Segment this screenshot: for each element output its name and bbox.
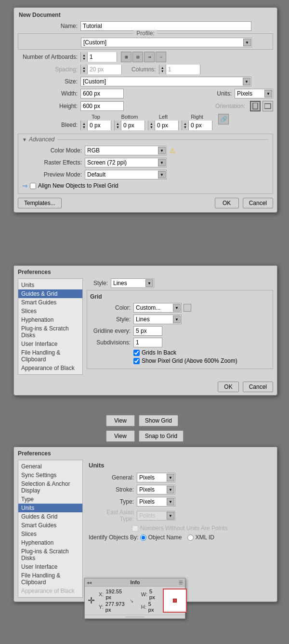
- prefs-guides-ok-button[interactable]: OK: [218, 382, 238, 392]
- info-resize-handle[interactable]: [125, 617, 144, 617]
- grid-style-select[interactable]: Lines: [133, 315, 182, 324]
- prefs-units-sidebar-units[interactable]: Units: [18, 504, 82, 512]
- xml-id-option: XML ID: [187, 534, 214, 541]
- info-icons: ☰: [179, 580, 183, 585]
- grids-in-back-checkbox[interactable]: [133, 350, 140, 356]
- artboard-grid-btn[interactable]: ⊞: [121, 52, 131, 62]
- bleed-right-col: Right ▲▼: [182, 114, 212, 130]
- grid-color-select-wrapper: Custom... ▼: [133, 303, 182, 313]
- grid-color-select[interactable]: Custom...: [133, 303, 182, 313]
- type-units-select[interactable]: Pixels: [137, 497, 175, 507]
- name-input[interactable]: [80, 21, 251, 31]
- templates-button[interactable]: Templates...: [18, 198, 62, 208]
- bleed-right-value[interactable]: [189, 121, 212, 130]
- gridline-input[interactable]: [133, 326, 162, 336]
- sidebar-item-file-handling[interactable]: File Handling & Clipboard: [18, 348, 82, 364]
- bleed-bottom-value[interactable]: [121, 121, 144, 130]
- sidebar-item-plugins[interactable]: Plug-ins & Scratch Disks: [18, 324, 82, 340]
- preview-select[interactable]: Default: [85, 170, 167, 179]
- prefs-units-sidebar-plugins[interactable]: Plug-ins & Scratch Disks: [18, 547, 82, 562]
- bleed-lock-btn[interactable]: 🔗: [218, 114, 229, 124]
- color-mode-select[interactable]: RGB: [85, 146, 167, 155]
- prefs-units-title: Preferences: [14, 447, 277, 460]
- general-units-row: General: Pixels ▼: [89, 473, 271, 482]
- view-button-1[interactable]: View: [106, 415, 135, 426]
- sidebar-item-guides-grid[interactable]: Guides & Grid: [18, 289, 82, 298]
- x-label: X:: [99, 591, 104, 597]
- grid-style-row: Style: Lines ▼: [90, 315, 270, 324]
- spacing-label: Spacing:: [18, 66, 80, 73]
- prefs-units-sidebar: General Sync Settings Selection & Anchor…: [18, 460, 83, 598]
- bleed-right-btn[interactable]: ▲▼: [182, 121, 189, 130]
- bleed-bottom-btn[interactable]: ▲▼: [115, 121, 121, 130]
- xml-id-radio[interactable]: [187, 534, 194, 541]
- show-grid-button[interactable]: Show Grid: [139, 415, 178, 426]
- info-panel: ◂◂ Info ☰ ✛ X: 192.55 px Y: 277.973 px ↘…: [84, 578, 185, 619]
- raster-row: Raster Effects: Screen (72 ppi) ▼: [22, 158, 269, 167]
- footer-right-buttons: OK Cancel: [215, 198, 273, 208]
- artboard-col-btn[interactable]: ⇒: [144, 52, 155, 62]
- numbers-units-row: Numbers Without Units Are Points: [89, 525, 271, 532]
- snap-to-grid-button[interactable]: Snap to Grid: [139, 430, 184, 442]
- size-select[interactable]: [Custom]: [80, 77, 251, 86]
- artboards-spinner-btn[interactable]: ▲ ▼: [81, 52, 88, 62]
- prefs-guides-cancel-button[interactable]: Cancel: [243, 382, 273, 392]
- new-doc-cancel-button[interactable]: Cancel: [243, 198, 273, 208]
- columns-value[interactable]: [166, 65, 200, 74]
- units-select[interactable]: Pixels: [235, 89, 273, 98]
- prefs-units-sidebar-hyphenation[interactable]: Hyphenation: [18, 538, 82, 547]
- prefs-units-sidebar-type[interactable]: Type: [18, 495, 82, 504]
- spacing-value[interactable]: [88, 65, 121, 74]
- prefs-units-sidebar-appearance[interactable]: Appearance of Black: [18, 587, 82, 595]
- bleed-left-value[interactable]: [155, 121, 178, 130]
- advanced-toggle[interactable]: ▼: [22, 137, 27, 142]
- artboard-row-btn[interactable]: ⊟: [132, 52, 143, 62]
- bleed-top-value[interactable]: [88, 121, 111, 130]
- guides-style-select[interactable]: Lines: [111, 278, 154, 288]
- portrait-btn[interactable]: [250, 101, 261, 111]
- artboards-value[interactable]: [88, 52, 117, 62]
- height-input[interactable]: [80, 101, 124, 111]
- prefs-units-sidebar-general[interactable]: General: [18, 462, 82, 471]
- new-doc-ok-button[interactable]: OK: [215, 198, 239, 208]
- columns-spinner: ▲ ▼: [159, 65, 200, 74]
- spacing-spinner-btn[interactable]: ▲ ▼: [81, 65, 88, 74]
- sidebar-item-smart-guides[interactable]: Smart Guides: [18, 298, 82, 307]
- view-button-2[interactable]: View: [106, 430, 135, 442]
- prefs-units-sidebar-smart[interactable]: Smart Guides: [18, 521, 82, 530]
- pixel-grid-row: ⇒ Align New Objects to Pixel Grid: [22, 182, 269, 190]
- info-collapse-icon[interactable]: ◂◂: [87, 580, 92, 585]
- preview-dot: [173, 599, 177, 603]
- bleed-top-btn[interactable]: ▲▼: [81, 121, 88, 130]
- info-menu-icon[interactable]: ☰: [179, 580, 183, 585]
- raster-label: Raster Effects:: [22, 159, 85, 166]
- landscape-btn[interactable]: [263, 101, 273, 111]
- subdivisions-input[interactable]: [133, 338, 162, 347]
- sidebar-item-appearance[interactable]: Appearance of Black: [18, 364, 82, 372]
- prefs-units-sidebar-selection[interactable]: Selection & Anchor Display: [18, 480, 82, 495]
- prefs-units-sidebar-ui[interactable]: User Interface: [18, 562, 82, 571]
- grid-color-swatch[interactable]: [184, 304, 191, 312]
- sidebar-item-ui[interactable]: User Interface: [18, 340, 82, 348]
- prefs-units-sidebar-guides[interactable]: Guides & Grid: [18, 512, 82, 521]
- general-units-select[interactable]: Pixels: [137, 473, 175, 482]
- raster-select[interactable]: Screen (72 ppi): [85, 158, 167, 167]
- bleed-left-col: Left ▲▼: [148, 114, 179, 130]
- bleed-left-btn[interactable]: ▲▼: [148, 121, 155, 130]
- width-input[interactable]: [80, 89, 124, 98]
- sidebar-item-units[interactable]: Units: [18, 281, 82, 289]
- object-name-radio[interactable]: [140, 534, 146, 541]
- sidebar-item-slices[interactable]: Slices: [18, 307, 82, 315]
- prefs-units-sidebar-sync[interactable]: Sync Settings: [18, 471, 82, 480]
- columns-spinner-btn[interactable]: ▲ ▼: [159, 65, 166, 74]
- pixel-grid-checkbox[interactable]: [30, 183, 36, 189]
- show-pixel-grid-checkbox[interactable]: [133, 358, 140, 364]
- profile-select[interactable]: [Custom]: [81, 38, 252, 47]
- artboard-arrange-btn[interactable]: →: [156, 52, 166, 62]
- prefs-units-sidebar-file[interactable]: File Handling & Clipboard: [18, 571, 82, 587]
- stroke-units-select[interactable]: Pixels: [137, 485, 175, 494]
- sidebar-item-hyphenation[interactable]: Hyphenation: [18, 315, 82, 324]
- prefs-units-sidebar-slices[interactable]: Slices: [18, 530, 82, 538]
- color-mode-warning-icon: ⚠: [170, 147, 176, 154]
- profile-select-wrapper: [Custom] ▼: [81, 38, 252, 47]
